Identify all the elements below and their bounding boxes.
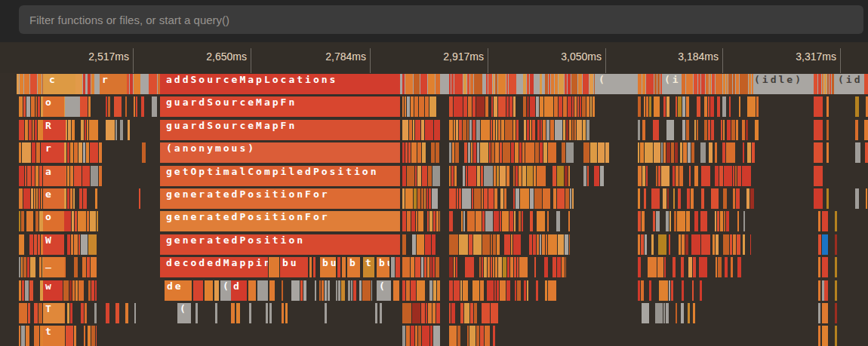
flame-sample-bar[interactable]	[554, 96, 558, 117]
flame-sample-bar[interactable]	[519, 142, 522, 163]
flame-sample-bar[interactable]	[411, 280, 416, 301]
flame-sample-bar[interactable]	[716, 74, 722, 94]
flame-sample-bar[interactable]	[747, 142, 751, 163]
flame-sample-bar[interactable]	[348, 280, 350, 301]
flame-sample-bar[interactable]	[19, 188, 23, 209]
flame-sample-bar[interactable]	[19, 326, 20, 346]
flame-sample-bar[interactable]	[534, 257, 536, 277]
flame-sample-bar[interactable]	[570, 188, 571, 209]
flame-sample-bar[interactable]	[425, 96, 429, 117]
flame-sample-bar[interactable]	[679, 234, 681, 255]
flame-sample-bar[interactable]	[432, 166, 440, 186]
flame-sample-bar[interactable]	[562, 257, 565, 277]
flame-frame[interactable]	[822, 303, 828, 323]
flame-sample-bar[interactable]	[20, 74, 23, 94]
flame-sample-bar[interactable]	[463, 120, 466, 140]
flame-sample-bar[interactable]	[682, 74, 685, 94]
flame-sample-bar[interactable]	[488, 257, 490, 277]
flame-sample-bar[interactable]	[425, 120, 433, 140]
flame-sample-bar[interactable]	[715, 142, 717, 163]
flame-sample-bar[interactable]	[681, 303, 684, 323]
flame-sample-bar[interactable]	[436, 303, 440, 323]
flame-sample-bar[interactable]	[583, 142, 589, 163]
flame-sample-bar[interactable]	[472, 120, 476, 140]
flame-sample-bar[interactable]	[359, 280, 362, 301]
flame-sample-bar[interactable]	[717, 96, 720, 117]
flame-sample-bar[interactable]	[855, 96, 859, 117]
flame-sample-bar[interactable]	[727, 120, 731, 140]
flame-sample-bar[interactable]	[746, 188, 749, 209]
flame-sample-bar[interactable]	[432, 234, 436, 255]
flame-sample-bar[interactable]	[494, 188, 497, 209]
flame-sample-bar[interactable]	[464, 142, 467, 163]
flame-sample-bar[interactable]	[142, 142, 146, 163]
flame-sample-bar[interactable]	[724, 211, 725, 231]
flame-sample-bar[interactable]	[463, 74, 466, 94]
flame-sample-bar[interactable]	[322, 280, 324, 301]
flame-sample-bar[interactable]	[469, 326, 476, 346]
flame-sample-bar[interactable]	[417, 166, 421, 186]
flame-sample-bar[interactable]	[733, 234, 736, 255]
flame-sample-bar[interactable]	[436, 211, 439, 231]
flame-sample-bar[interactable]	[503, 257, 506, 277]
flame-sample-bar[interactable]	[479, 257, 481, 277]
flame-sample-bar[interactable]	[731, 120, 735, 140]
flame-sample-bar[interactable]	[407, 166, 414, 186]
flame-sample-bar[interactable]	[449, 257, 453, 277]
flame-sample-bar[interactable]	[417, 142, 421, 163]
flame-sample-bar[interactable]	[530, 188, 534, 209]
flame-sample-bar[interactable]	[482, 234, 490, 255]
flame-sample-bar[interactable]	[680, 142, 682, 163]
flame-frame[interactable]	[826, 142, 829, 163]
flame-sample-bar[interactable]	[701, 188, 704, 209]
flame-sample-bar[interactable]	[550, 120, 554, 140]
flame-sample-bar[interactable]	[34, 326, 39, 346]
timeline-ruler[interactable]: 2,517ms2,650ms2,784ms2,917ms3,050ms3,184…	[0, 42, 868, 73]
flame-sample-bar[interactable]	[32, 120, 34, 140]
flame-sample-bar[interactable]	[725, 257, 728, 277]
flame-sample-bar[interactable]	[686, 74, 693, 94]
flame-sample-bar[interactable]	[666, 303, 669, 323]
flame-sample-bar[interactable]	[675, 142, 678, 163]
flame-sample-bar[interactable]	[540, 142, 543, 163]
flame-sample-bar[interactable]	[128, 120, 130, 140]
flame-sample-bar[interactable]	[405, 188, 413, 209]
flame-sample-bar[interactable]	[78, 211, 86, 231]
flame-sample-bar[interactable]	[31, 188, 33, 209]
flame-sample-bar[interactable]	[130, 74, 133, 94]
flame-sample-bar[interactable]	[433, 211, 436, 231]
flame-sample-bar[interactable]	[25, 120, 28, 140]
flame-sample-bar[interactable]	[291, 280, 300, 301]
flame-sample-bar[interactable]	[594, 74, 595, 94]
flame-sample-bar[interactable]	[722, 96, 726, 117]
flame-sample-bar[interactable]	[402, 74, 405, 94]
flame-sample-bar[interactable]	[24, 74, 29, 94]
flame-frame[interactable]	[818, 280, 820, 301]
flame-sample-bar[interactable]	[74, 257, 78, 277]
flame-sample-bar[interactable]	[516, 166, 518, 186]
flame-frame[interactable]	[214, 280, 219, 301]
flame-sample-bar[interactable]	[70, 188, 72, 209]
flame-sample-bar[interactable]	[814, 74, 817, 94]
flame-sample-bar[interactable]	[114, 96, 122, 117]
flame-sample-bar[interactable]	[506, 280, 510, 301]
flame-sample-bar[interactable]	[353, 280, 356, 301]
flame-frame-a[interactable]: a	[43, 166, 66, 186]
flame-sample-bar[interactable]	[83, 142, 85, 163]
flame-sample-bar[interactable]	[688, 142, 691, 163]
flame-sample-bar[interactable]	[682, 280, 684, 301]
flame-frame[interactable]	[826, 120, 829, 140]
flame-sample-bar[interactable]	[537, 211, 545, 231]
flame-frame[interactable]	[337, 257, 340, 277]
flame-frame-generatedpositionfor[interactable]: generatedPositionFor	[160, 188, 400, 209]
flame-sample-bar[interactable]	[587, 166, 589, 186]
flame-sample-bar[interactable]	[455, 142, 459, 163]
flame-sample-bar[interactable]	[460, 280, 462, 301]
flame-sample-bar[interactable]	[405, 142, 408, 163]
flame-sample-bar[interactable]	[78, 280, 84, 301]
flame-sample-bar[interactable]	[454, 74, 463, 94]
flame-sample-bar[interactable]	[467, 74, 469, 94]
flame-sample-bar[interactable]	[23, 257, 26, 277]
flame-sample-bar[interactable]	[34, 303, 38, 323]
flame-sample-bar[interactable]	[466, 166, 467, 186]
